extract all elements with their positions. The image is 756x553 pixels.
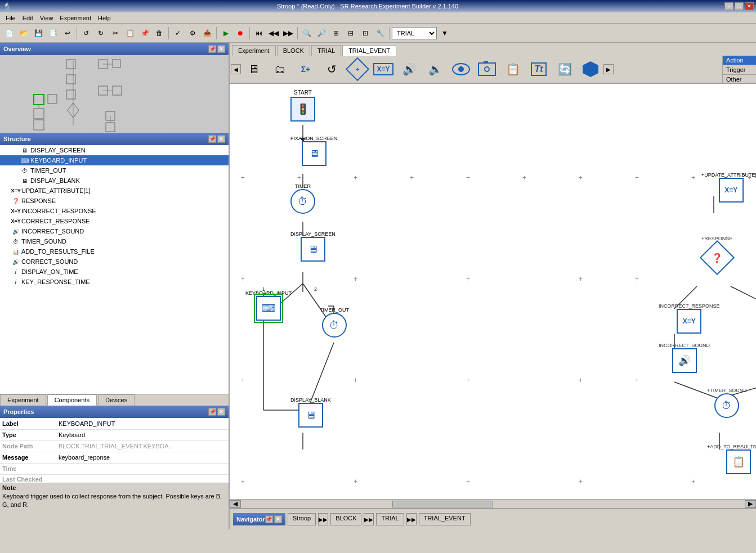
open-button[interactable]: 📂 xyxy=(17,26,30,40)
tree-item-incorrect-sound[interactable]: 🔊 INCORRECT_SOUND xyxy=(0,226,229,236)
zoom-in-button[interactable]: 🔍 xyxy=(300,26,314,40)
prop-label-value[interactable]: KEYBOARD_INPUT xyxy=(56,418,229,429)
close-button[interactable]: ✕ xyxy=(745,2,754,10)
tree-item-update-attribute[interactable]: X=Y UPDATE_ATTRIBUTE[1] xyxy=(0,186,229,196)
nav-trial[interactable]: TRIAL xyxy=(376,513,404,525)
scroll-thumb[interactable] xyxy=(392,501,493,507)
tree-item-incorrect-response[interactable]: X=Y INCORRECT_RESPONSE xyxy=(0,206,229,216)
menu-edit[interactable]: Edit xyxy=(19,14,37,23)
overview-close[interactable]: ✕ xyxy=(217,45,225,53)
run-button[interactable]: ▶ xyxy=(219,26,232,40)
action-item-action[interactable]: Action xyxy=(723,56,756,65)
snap-button[interactable]: ⊡ xyxy=(359,26,372,40)
plus-canvas-7[interactable]: + xyxy=(579,174,583,182)
properties-close[interactable]: ✕ xyxy=(217,408,225,416)
save-button[interactable]: 💾 xyxy=(32,26,45,40)
action-item-trigger[interactable]: Trigger xyxy=(723,65,756,75)
copy-button[interactable]: 📋 xyxy=(123,26,137,40)
menu-file[interactable]: File xyxy=(2,14,19,23)
comp-stop[interactable] xyxy=(578,57,603,82)
plus-canvas-43[interactable]: + xyxy=(466,478,470,485)
undo2-button[interactable]: ↺ xyxy=(79,26,93,40)
comp-text[interactable]: Tt xyxy=(526,57,551,82)
incorrect-sound-node-box[interactable]: 🔊 xyxy=(672,348,697,373)
redo-button[interactable]: ↻ xyxy=(94,26,108,40)
canvas-area[interactable]: START 🚦 FIXATION_SCREEN 🖥 TIMER ⏱ xyxy=(230,84,756,499)
plus-canvas-10[interactable]: + xyxy=(748,174,751,182)
properties-pin[interactable]: 📌 xyxy=(208,408,216,416)
comp-camera[interactable] xyxy=(475,57,499,82)
plus-canvas-44[interactable]: + xyxy=(579,478,583,485)
export-button[interactable]: 📤 xyxy=(200,26,214,40)
scroll-left-btn[interactable]: ◀ xyxy=(230,500,241,508)
nav-pin[interactable]: 📌 xyxy=(265,515,273,523)
tab-right-block[interactable]: BLOCK xyxy=(277,45,310,56)
start-node-box[interactable]: 🚦 xyxy=(290,97,315,122)
plus-canvas-4[interactable]: + xyxy=(410,174,414,182)
trial-selector[interactable]: TRIAL xyxy=(392,27,437,39)
toolbar-scroll-right[interactable]: ▶ xyxy=(603,64,614,74)
record-button[interactable]: ⏺ xyxy=(234,26,247,40)
incorrect-response-node-box[interactable]: X=Y xyxy=(677,309,701,334)
zoom-fit-button[interactable]: ⊞ xyxy=(329,26,343,40)
plus-canvas-34[interactable]: + xyxy=(579,376,583,384)
tree-item-key-response-time[interactable]: i KEY_RESPONSE_TIME xyxy=(0,277,229,287)
tree-item-add-results[interactable]: 📊 ADD_TO_RESULTS_FILE xyxy=(0,246,229,257)
scroll-track[interactable] xyxy=(241,500,745,508)
cut-button[interactable]: ✂ xyxy=(109,26,122,40)
tree-item-display-screen[interactable]: 🖥 DISPLAY_SCREEN xyxy=(0,145,229,155)
tree-item-keyboard-input[interactable]: ⌨ KEYBOARD_INPUT xyxy=(0,155,229,165)
forward-button[interactable]: ▶▶ xyxy=(281,26,295,40)
plus-canvas-32[interactable]: + xyxy=(354,376,357,384)
timer-out-node-box[interactable]: ⏱ xyxy=(322,313,347,338)
maximize-button[interactable]: □ xyxy=(735,2,744,10)
plus-canvas-21[interactable]: + xyxy=(241,275,245,283)
nav-block[interactable]: BLOCK xyxy=(330,513,361,525)
plus-canvas-22[interactable]: + xyxy=(354,275,357,283)
deploy-button[interactable]: ⚙ xyxy=(186,26,199,40)
comp-eye[interactable] xyxy=(449,57,473,82)
comp-container[interactable]: 🗂 xyxy=(267,57,292,82)
add-results-node-box[interactable]: 📋 xyxy=(726,449,751,474)
menu-view[interactable]: View xyxy=(37,14,57,23)
tab-right-experiment[interactable]: Experiment xyxy=(232,45,276,56)
nav-forward-2[interactable]: ▶▶ xyxy=(364,513,374,525)
plus-canvas-3[interactable]: + xyxy=(354,174,357,182)
plus-canvas-31[interactable]: + xyxy=(241,376,245,384)
tab-experiment[interactable]: Experiment xyxy=(0,394,46,406)
comp-refresh[interactable]: 🔄 xyxy=(552,57,577,82)
structure-close[interactable]: ✕ xyxy=(217,135,225,143)
zoom-out-button[interactable]: 🔎 xyxy=(315,26,328,40)
tree-item-correct-response[interactable]: X=Y CORRECT_RESPONSE xyxy=(0,216,229,226)
action-item-other[interactable]: Other xyxy=(723,75,756,84)
tab-devices[interactable]: Devices xyxy=(98,394,135,406)
comp-accumulator[interactable]: Σ+ xyxy=(293,57,318,82)
new-button[interactable]: 📄 xyxy=(2,26,16,40)
menu-help[interactable]: Help xyxy=(95,14,114,23)
nav-close[interactable]: ✕ xyxy=(274,515,282,523)
plus-canvas-6[interactable]: + xyxy=(522,174,526,182)
plus-canvas-2[interactable]: + xyxy=(297,174,301,182)
plus-canvas-9[interactable]: + xyxy=(691,174,695,182)
plus-canvas-5[interactable]: + xyxy=(466,174,470,182)
comp-inline-script[interactable]: ✦ xyxy=(345,57,370,82)
tab-components[interactable]: Components xyxy=(47,394,97,406)
keyboard-input-node-box[interactable]: ⌨ xyxy=(256,296,281,321)
nav-forward-1[interactable]: ▶▶ xyxy=(318,513,328,525)
response-diamond-container[interactable]: ❓ xyxy=(702,242,732,273)
timer-node-box[interactable]: ⏱ xyxy=(290,189,315,214)
tree-item-correct-sound[interactable]: 🔊 CORRECT_SOUND xyxy=(0,257,229,267)
scroll-right-btn[interactable]: ▶ xyxy=(745,500,756,508)
overview-pin[interactable]: 📌 xyxy=(208,45,216,53)
comp-display-screen[interactable]: 🖥 xyxy=(241,57,266,82)
plus-canvas-33[interactable]: + xyxy=(466,376,470,384)
timer-sound-node-box[interactable]: ⏱ xyxy=(714,393,739,418)
back2-button[interactable]: ◀◀ xyxy=(267,26,280,40)
comp-results[interactable]: 📋 xyxy=(500,57,525,82)
comp-sound2[interactable]: 🔉 xyxy=(423,57,448,82)
back-button[interactable]: ⏮ xyxy=(252,26,266,40)
undo-button[interactable]: ↩ xyxy=(61,26,74,40)
comp-reset[interactable]: ↺ xyxy=(319,57,344,82)
tree-item-timer-sound[interactable]: ⏱ TIMER_SOUND xyxy=(0,236,229,246)
grid-button[interactable]: ⊟ xyxy=(344,26,357,40)
